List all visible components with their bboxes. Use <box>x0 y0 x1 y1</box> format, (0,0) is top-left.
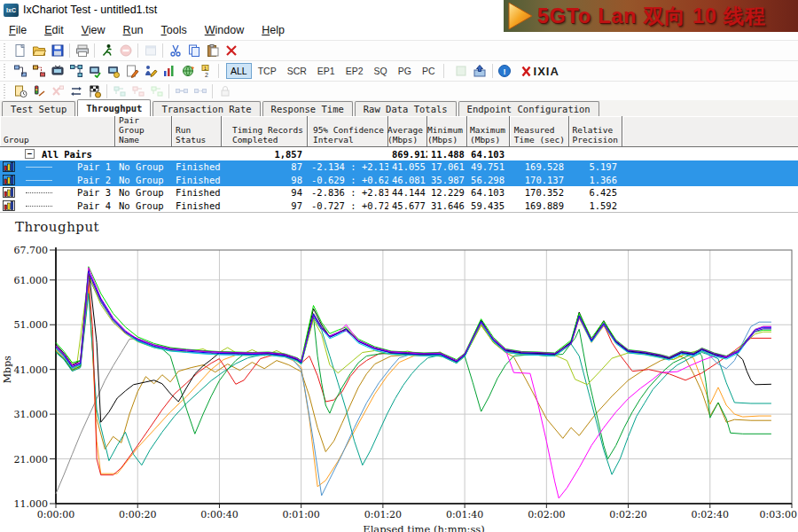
minimum-cell: 12.229 <box>427 187 467 198</box>
menu-edit[interactable]: Edit <box>35 22 73 38</box>
run-test-icon[interactable] <box>98 42 116 59</box>
toolbar-separator <box>69 43 70 58</box>
column-header-95-confidence-interval[interactable]: 95% Confidence Interval <box>308 116 388 146</box>
edit-run-options-icon[interactable] <box>141 62 160 80</box>
cut-icon[interactable] <box>166 42 184 59</box>
column-header-run-status[interactable]: Run Status <box>172 116 222 146</box>
table-row-all-pairs[interactable]: −All Pairs1,857869.91211.48864.103 <box>0 147 798 160</box>
add-pair-icon[interactable] <box>11 62 29 80</box>
column-header-relative-precision[interactable]: Relative Precision <box>569 116 622 146</box>
precision-cell: 6.425 <box>569 187 622 198</box>
web-update-icon[interactable] <box>178 62 197 80</box>
toolbar-pairs: 12ALLTCPSCREP1EP2SQPGPC!IXIA <box>0 61 798 82</box>
column-header-label: Relative Precision <box>573 125 618 145</box>
tab-raw-data-totals[interactable]: Raw Data Totals <box>355 101 457 116</box>
tree-branch-line <box>26 166 52 168</box>
upload-config-icon[interactable] <box>471 62 489 80</box>
paste-icon[interactable] <box>203 42 222 59</box>
menu-tools[interactable]: Tools <box>153 22 196 38</box>
table-row-pair-2[interactable]: Pair 2No GroupFinished98-0.629 : +0.6294… <box>0 174 798 187</box>
group-cell: Pair 2 <box>0 175 115 185</box>
save-test-icon[interactable] <box>48 42 66 59</box>
tree-branch-line <box>26 192 52 193</box>
toolbar-right-group: !IXIA <box>452 62 559 80</box>
filter-scr[interactable]: SCR <box>283 63 311 79</box>
column-header-average-mbps[interactable]: Average (Mbps) <box>388 116 427 146</box>
series-line-magenta <box>56 268 771 498</box>
tab-endpoint-configuration[interactable]: Endpoint Configuration <box>458 101 599 116</box>
measured-time-cell: 170.137 <box>510 175 569 185</box>
menu-window[interactable]: Window <box>196 22 253 38</box>
copy-icon[interactable] <box>184 42 203 59</box>
x-tick-label: 0:01:20 <box>364 509 402 520</box>
minimum-cell: 17.061 <box>427 161 467 172</box>
maximum-cell: 64.103 <box>467 149 510 160</box>
collapse-icon[interactable]: − <box>25 149 35 159</box>
column-header-maximum-mbps[interactable]: Maximum (Mbps) <box>467 116 510 146</box>
menu-run[interactable]: Run <box>114 22 153 38</box>
column-header-timing-records-completed[interactable]: Timing Records Completed <box>222 116 308 146</box>
column-header-minimum-mbps[interactable]: Minimum (Mbps) <box>427 116 467 146</box>
info-icon[interactable]: ! <box>496 62 514 80</box>
toolbar-separator <box>106 84 107 98</box>
delete-icon[interactable] <box>222 42 240 59</box>
toolbar-grip[interactable] <box>3 84 7 98</box>
view-endpoints-icon[interactable] <box>48 62 66 80</box>
filter-ep1[interactable]: EP1 <box>313 63 340 79</box>
new-test-icon[interactable] <box>11 42 29 59</box>
series-line-steel-blue <box>56 278 771 496</box>
precision-cell: 1.592 <box>569 200 622 211</box>
toolbar-grip[interactable] <box>3 43 7 58</box>
menu-help[interactable]: Help <box>253 22 293 38</box>
column-header-label: Run Status <box>176 125 217 145</box>
column-header-filler <box>622 116 798 146</box>
run-status-cell: Finished <box>172 161 222 172</box>
tab-response-time[interactable]: Response Time <box>262 101 353 116</box>
toolbar-separator <box>492 64 493 78</box>
x-tick-label: 0:02:20 <box>609 509 646 520</box>
traffic-light-icon[interactable] <box>29 82 48 100</box>
y-tick-label: 61.000 <box>14 275 49 286</box>
apply-changes-icon <box>452 62 471 80</box>
group-cell: Pair 4 <box>0 200 115 211</box>
filter-pg[interactable]: PG <box>394 63 416 79</box>
table-row-pair-1[interactable]: Pair 1No GroupFinished87-2.134 : +2.1344… <box>0 160 798 174</box>
throughput-chart: Throughput 67.70061.00051.00041.00031.00… <box>0 215 798 532</box>
tab-test-setup[interactable]: Test Setup <box>2 101 75 116</box>
menu-file[interactable]: File <box>0 22 35 38</box>
filter-ep2[interactable]: EP2 <box>341 63 368 79</box>
maximum-cell: 59.435 <box>467 200 510 211</box>
minimum-cell: 11.488 <box>427 149 467 160</box>
swap-endpoints-icon[interactable] <box>66 82 85 100</box>
print-icon[interactable] <box>73 42 91 59</box>
column-header-pair-group-name[interactable]: Pair Group Name <box>115 116 172 146</box>
add-vpn-pair-icon[interactable] <box>29 62 48 80</box>
table-row-pair-4[interactable]: Pair 4No GroupFinished97-0.727 : +0.7274… <box>0 200 798 213</box>
confidence-cell: -2.836 : +2.836 <box>308 187 388 198</box>
tv-check-icon[interactable] <box>85 62 104 80</box>
menu-view[interactable]: View <box>73 22 114 38</box>
pair-group-name-cell: No Group <box>115 187 172 198</box>
run-chart-icon[interactable] <box>160 62 178 80</box>
finish-flag-icon[interactable] <box>85 82 104 100</box>
column-header-measured-time-sec[interactable]: Measured Time (sec) <box>510 116 569 146</box>
renumber-pairs-icon[interactable]: 12 <box>197 62 215 80</box>
filter-pc[interactable]: PC <box>418 63 440 79</box>
tv-payload-icon[interactable] <box>104 62 122 80</box>
edit-script-icon[interactable] <box>122 62 141 80</box>
records-cell: 94 <box>222 187 308 198</box>
minimum-cell: 35.987 <box>427 175 467 185</box>
tab-transaction-rate[interactable]: Transaction Rate <box>153 101 260 116</box>
open-test-icon[interactable] <box>29 42 48 59</box>
table-row-pair-3[interactable]: Pair 3No GroupFinished94-2.836 : +2.8364… <box>0 186 798 200</box>
column-header-group[interactable]: Group <box>0 116 115 146</box>
toolbar-separator <box>218 64 219 78</box>
tab-throughput[interactable]: Throughput <box>77 99 151 117</box>
clipboard-clock-icon[interactable] <box>11 82 29 100</box>
add-multicast-group-icon[interactable] <box>66 62 85 80</box>
filter-sq[interactable]: SQ <box>370 63 392 79</box>
toolbar-grip[interactable] <box>3 64 7 78</box>
group-cell: −All Pairs <box>0 149 115 160</box>
filter-all[interactable]: ALL <box>226 63 252 79</box>
filter-tcp[interactable]: TCP <box>254 63 281 79</box>
